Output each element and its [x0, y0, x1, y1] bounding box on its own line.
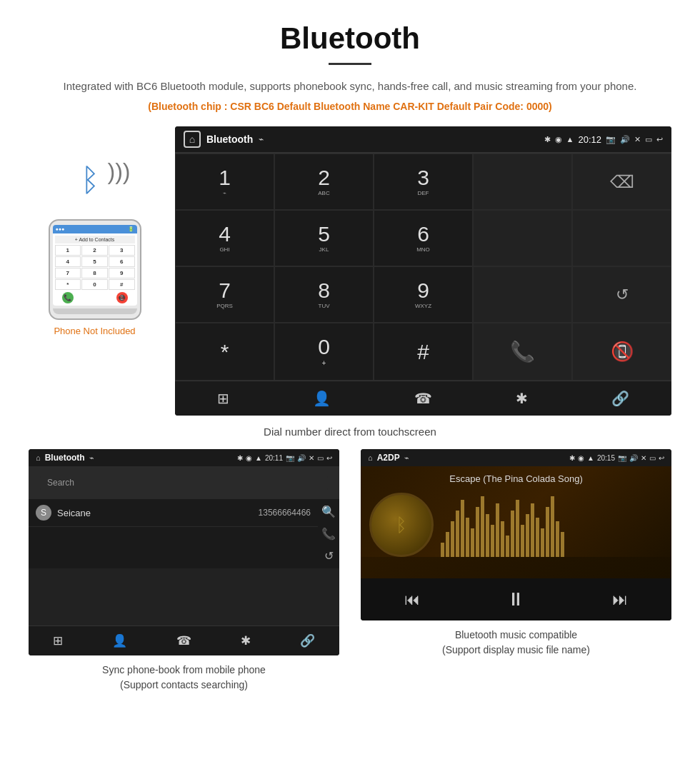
- phone-key-3[interactable]: 3: [109, 245, 135, 256]
- dial-key-9[interactable]: 9 WXYZ: [374, 266, 473, 323]
- dial-reload-button[interactable]: ↺: [572, 266, 671, 323]
- music-prev-button[interactable]: ⏮: [404, 590, 420, 609]
- dial-key-0[interactable]: 0 +: [274, 323, 374, 381]
- dial-empty-2: [473, 210, 572, 266]
- pb-nav-phone-icon[interactable]: ☎: [176, 633, 191, 648]
- viz-bar: [471, 528, 474, 557]
- dial-delete-button[interactable]: ⌫: [572, 154, 671, 210]
- dial-empty-3: [572, 210, 671, 266]
- location-status-icon: ◉: [555, 135, 562, 144]
- pb-contact-row[interactable]: S Seicane 13566664466: [29, 499, 318, 527]
- phone-bottom-bar: [53, 308, 137, 314]
- pb-back-icon[interactable]: ↩: [326, 454, 332, 462]
- music-home-icon[interactable]: ⌂: [368, 453, 373, 462]
- dial-key-hash[interactable]: #: [374, 323, 473, 381]
- nav-bluetooth-icon[interactable]: ✱: [516, 390, 528, 407]
- wifi-arcs-icon: ))): [108, 159, 131, 185]
- phone-key-5[interactable]: 5: [81, 256, 108, 267]
- dial-key-4[interactable]: 4 GHI: [175, 210, 274, 266]
- nav-link-icon[interactable]: 🔗: [611, 390, 629, 407]
- pb-call-icon[interactable]: 📞: [321, 527, 336, 541]
- dial-key-5[interactable]: 5 JKL: [274, 210, 374, 266]
- phone-key-9[interactable]: 9: [109, 268, 135, 278]
- music-screen-icon[interactable]: ▭: [649, 454, 656, 462]
- pb-refresh-icon[interactable]: ↺: [324, 549, 334, 563]
- dial-key-7[interactable]: 7 PQRS: [175, 266, 274, 323]
- android-statusbar: ⌂ Bluetooth ⌁ ✱ ◉ ▲ 20:12 📷 🔊 ✕ ▭ ↩: [175, 126, 671, 153]
- phone-key-star[interactable]: *: [55, 279, 81, 290]
- red-phone-icon: 📵: [611, 341, 634, 363]
- close-icon[interactable]: ✕: [634, 135, 641, 144]
- music-cam-icon[interactable]: 📷: [618, 454, 626, 462]
- home-icon[interactable]: ⌂: [184, 131, 201, 148]
- pb-bt-icon: ✱: [237, 454, 243, 462]
- music-next-button[interactable]: ⏭: [612, 590, 628, 609]
- viz-bar: [546, 507, 549, 557]
- main-content-area: ᛒ ))) ●●● 🔋 + Add to Contacts 1 2 3 4 5: [0, 119, 700, 416]
- viz-bar: [551, 496, 554, 557]
- phone-key-0[interactable]: 0: [81, 279, 108, 290]
- dial-empty-1: [473, 154, 572, 210]
- dial-key-6[interactable]: 6 MNO: [374, 210, 473, 266]
- pb-nav-user-icon[interactable]: 👤: [112, 633, 127, 648]
- music-controls: ⏮ ⏸ ⏭: [361, 578, 671, 620]
- volume-icon[interactable]: 🔊: [620, 135, 630, 144]
- music-vol-icon[interactable]: 🔊: [629, 454, 638, 462]
- pb-nav-grid-icon[interactable]: ⊞: [53, 633, 63, 648]
- phone-green-call-button[interactable]: 📞: [62, 292, 74, 303]
- music-screen: ⌂ A2DP ⌁ ✱ ◉ ▲ 20:15 📷 🔊 ✕ ▭ ↩ Escape (: [361, 449, 671, 620]
- bottom-row: ⌂ Bluetooth ⌁ ✱ ◉ ▲ 20:11 📷 🔊 ✕ ▭ ↩ Sea: [0, 442, 700, 693]
- music-song-title: Escape (The Pina Colada Song): [442, 466, 589, 487]
- pb-search-icon[interactable]: 🔍: [321, 505, 336, 518]
- dial-key-2[interactable]: 2 ABC: [274, 154, 374, 210]
- statusbar-right: ✱ ◉ ▲ 20:12 📷 🔊 ✕ ▭ ↩: [544, 134, 663, 145]
- music-close-icon[interactable]: ✕: [641, 454, 646, 462]
- pb-inner: S Seicane 13566664466 🔍 📞 ↺: [29, 499, 339, 568]
- viz-bar: [486, 514, 489, 557]
- music-bt-icon: ✱: [569, 454, 575, 462]
- pb-screen-icon[interactable]: ▭: [317, 454, 324, 462]
- pb-close-icon[interactable]: ✕: [309, 454, 314, 462]
- viz-bar: [556, 521, 559, 557]
- phone-dial-area: + Add to Contacts 1 2 3 4 5 6 7 8 9 * 0 …: [53, 233, 137, 306]
- phone-key-4[interactable]: 4: [55, 256, 81, 267]
- back-icon[interactable]: ↩: [656, 135, 663, 144]
- phone-add-contact: + Add to Contacts: [55, 236, 135, 243]
- nav-grid-icon[interactable]: ⊞: [217, 390, 229, 407]
- dial-key-star[interactable]: *: [175, 323, 274, 381]
- pb-vol-icon[interactable]: 🔊: [297, 454, 306, 462]
- viz-bar: [476, 507, 479, 557]
- music-loc-icon: ◉: [578, 454, 584, 462]
- viz-bar: [451, 521, 454, 557]
- phone-key-hash[interactable]: #: [109, 279, 135, 290]
- pb-search-bar[interactable]: Search: [29, 466, 339, 499]
- nav-contacts-icon[interactable]: 👤: [313, 390, 331, 407]
- phone-key-1[interactable]: 1: [55, 245, 81, 256]
- phone-key-2[interactable]: 2: [81, 245, 108, 256]
- dial-empty-4: [473, 266, 572, 323]
- phone-key-7[interactable]: 7: [55, 268, 81, 278]
- pb-home-icon[interactable]: ⌂: [36, 453, 41, 462]
- pb-nav-bt-icon[interactable]: ✱: [241, 633, 251, 648]
- pb-nav-link-icon[interactable]: 🔗: [300, 633, 315, 648]
- phone-red-call-button[interactable]: 📵: [116, 292, 128, 303]
- music-play-pause-button[interactable]: ⏸: [506, 588, 525, 610]
- camera-icon[interactable]: 📷: [606, 135, 616, 144]
- pb-contact-avatar: S: [36, 505, 51, 521]
- pb-search-field[interactable]: Search: [40, 475, 328, 491]
- pb-bottom-nav: ⊞ 👤 ☎ ✱ 🔗: [29, 625, 339, 655]
- pb-cam-icon[interactable]: 📷: [286, 454, 294, 462]
- screen-icon[interactable]: ▭: [645, 135, 652, 144]
- music-back-icon[interactable]: ↩: [659, 454, 664, 462]
- phone-device: ●●● 🔋 + Add to Contacts 1 2 3 4 5 6 7 8 …: [49, 219, 141, 320]
- dial-key-1[interactable]: 1 ⌁: [175, 154, 274, 210]
- phone-key-8[interactable]: 8: [81, 268, 108, 278]
- dial-key-3[interactable]: 3 DEF: [374, 154, 473, 210]
- viz-bar: [506, 536, 509, 557]
- viz-bar: [541, 528, 544, 557]
- dial-key-8[interactable]: 8 TUV: [274, 266, 374, 323]
- nav-phone-icon[interactable]: ☎: [414, 390, 432, 407]
- dial-end-button[interactable]: 📵: [572, 323, 671, 381]
- phone-key-6[interactable]: 6: [109, 256, 135, 267]
- dial-call-button[interactable]: 📞: [473, 323, 572, 381]
